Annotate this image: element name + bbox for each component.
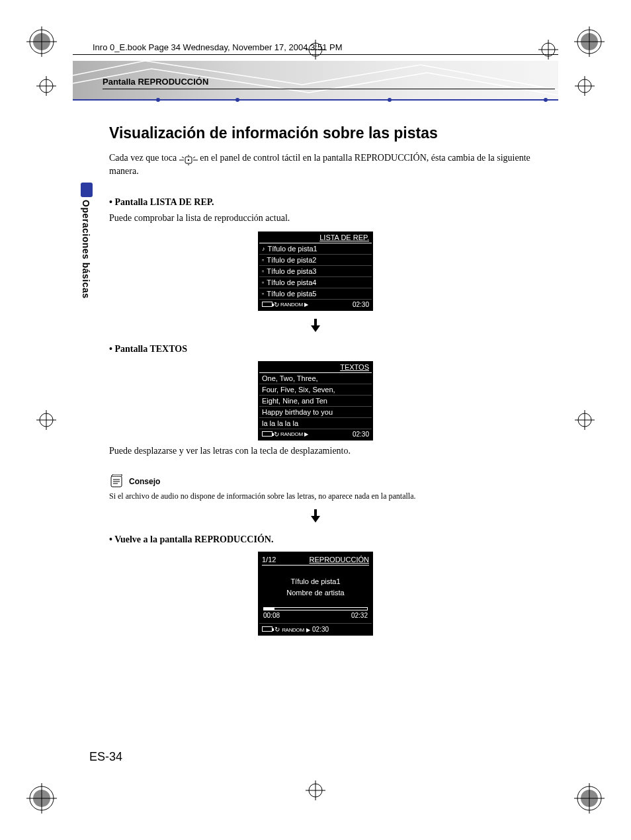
now-playing-artist: Nombre de artista bbox=[262, 587, 369, 599]
track-label: Tífulo de pista1 bbox=[268, 245, 317, 253]
registration-mark-icon bbox=[538, 40, 558, 60]
page-title: Visualización de información sobre las p… bbox=[109, 124, 558, 142]
lyric-row: One, Two, Three, bbox=[259, 373, 372, 384]
total-time: 02:32 bbox=[351, 612, 368, 619]
status-time: 02:30 bbox=[353, 301, 369, 308]
random-label: RANDOM bbox=[280, 302, 303, 308]
section-side-tab: Operaciones básicas bbox=[81, 183, 94, 320]
track-row: ▫Tífulo de pista2 bbox=[259, 255, 372, 266]
track-row: ▫Tífulo de pista3 bbox=[259, 266, 372, 277]
lyric-row: Eight, Nine, and Ten bbox=[259, 396, 372, 407]
track-label: Tífulo de pista4 bbox=[267, 278, 316, 286]
play-icon: ▶ bbox=[306, 627, 310, 633]
status-time: 02:30 bbox=[312, 626, 329, 633]
repeat-icon: ↻ bbox=[274, 431, 279, 438]
screen-3-header: REPRODUCCIÓN bbox=[310, 556, 369, 564]
progress-bar bbox=[263, 607, 368, 610]
status-time: 02:30 bbox=[353, 431, 369, 438]
crop-mark-icon bbox=[26, 783, 57, 814]
track-row: ▫Tífulo de pista4 bbox=[259, 277, 372, 288]
registration-mark-icon bbox=[36, 410, 56, 430]
screen-1-header: LISTA DE REP. bbox=[259, 233, 372, 243]
section-2-body: Puede desplazarse y ver las letras con l… bbox=[109, 444, 558, 458]
side-tab-label: Operaciones básicas bbox=[81, 200, 91, 299]
page-number: ES-34 bbox=[89, 750, 122, 764]
battery-icon bbox=[262, 302, 273, 307]
random-label: RANDOM bbox=[282, 627, 304, 633]
screen-textos: TEXTOS One, Two, Three, Four, Five, Six,… bbox=[258, 361, 373, 441]
track-label: Tífulo de pista5 bbox=[267, 290, 316, 298]
section-1-heading: Pantalla LISTA DE REP. bbox=[109, 197, 558, 208]
header-rule bbox=[73, 54, 558, 55]
play-icon: ▶ bbox=[304, 302, 308, 308]
svg-point-38 bbox=[188, 159, 189, 161]
music-note-icon: ▫ bbox=[262, 257, 264, 263]
track-label: Tífulo de pista2 bbox=[267, 256, 316, 264]
svg-line-43 bbox=[182, 157, 184, 158]
track-label: Tífulo de pista3 bbox=[267, 267, 316, 275]
registration-mark-icon bbox=[575, 410, 595, 430]
now-playing-track: Tífulo de pista1 bbox=[262, 576, 369, 587]
screen-lista-de-rep: LISTA DE REP. ♪Tífulo de pista1 ▫Tífulo … bbox=[258, 231, 373, 311]
battery-icon bbox=[262, 626, 273, 632]
screen-1-status-bar: ↻ RANDOM ▶ 02:30 bbox=[259, 300, 372, 310]
screen-2-status-bar: ↻ RANDOM ▶ 02:30 bbox=[259, 429, 372, 439]
svg-line-44 bbox=[193, 157, 195, 158]
track-counter: 1/12 bbox=[262, 556, 276, 564]
registration-mark-icon bbox=[306, 780, 325, 800]
tip-block: Consejo bbox=[109, 474, 558, 489]
repeat-icon: ↻ bbox=[274, 626, 280, 633]
play-icon: ▶ bbox=[304, 431, 308, 437]
section-3-heading: Vuelve a la pantalla REPRODUCCIÓN. bbox=[109, 534, 558, 545]
book-page-header: Inro 0_E.book Page 34 Wednesday, Novembe… bbox=[93, 42, 342, 52]
touch-display-icon bbox=[179, 155, 198, 165]
music-note-icon: ▫ bbox=[262, 279, 264, 286]
screen-3-status-bar: ↻ RANDOM ▶ 02:30 bbox=[259, 623, 372, 634]
tip-body: Si el archivo de audio no dispone de inf… bbox=[109, 491, 558, 501]
screen-2-header: TEXTOS bbox=[259, 362, 372, 373]
arrow-down-icon bbox=[310, 509, 321, 523]
track-row: ▫Tífulo de pista5 bbox=[259, 288, 372, 300]
page-content: Operaciones básicas Visualización de inf… bbox=[73, 119, 558, 780]
music-note-icon: ▫ bbox=[262, 290, 264, 297]
tip-icon bbox=[109, 474, 124, 489]
lyric-row: la la la la la bbox=[259, 418, 372, 429]
registration-mark-icon bbox=[36, 76, 56, 96]
breadcrumb: Pantalla REPRODUCCIÓN bbox=[103, 77, 208, 87]
battery-icon bbox=[262, 431, 273, 437]
elapsed-time: 00:08 bbox=[263, 612, 280, 619]
lyric-row: Happy birthday to you bbox=[259, 407, 372, 418]
screen-reproduccion: 1/12 REPRODUCCIÓN Tífulo de pista1 Nombr… bbox=[258, 552, 373, 636]
tip-label: Consejo bbox=[129, 477, 160, 486]
music-note-icon: ♪ bbox=[262, 245, 265, 252]
intro-paragraph: Cada vez que toca en el panel de control… bbox=[109, 151, 558, 177]
section-2-heading: Pantalla TEXTOS bbox=[109, 344, 558, 355]
intro-before: Cada vez que toca bbox=[109, 153, 179, 163]
banner-blue-rule bbox=[73, 99, 558, 101]
random-label: RANDOM bbox=[280, 431, 303, 437]
lyric-row: Four, Five, Six, Seven, bbox=[259, 384, 372, 396]
crop-mark-icon bbox=[26, 26, 57, 57]
track-row: ♪Tífulo de pista1 bbox=[259, 243, 372, 255]
breadcrumb-rule bbox=[103, 89, 555, 89]
repeat-icon: ↻ bbox=[274, 301, 279, 308]
section-1-body: Puede comprobar la lista de reproducción… bbox=[109, 212, 558, 225]
registration-mark-icon bbox=[575, 76, 595, 96]
arrow-down-icon bbox=[310, 319, 321, 332]
crop-mark-icon bbox=[574, 783, 605, 814]
crop-mark-icon bbox=[574, 26, 605, 57]
music-note-icon: ▫ bbox=[262, 268, 264, 274]
